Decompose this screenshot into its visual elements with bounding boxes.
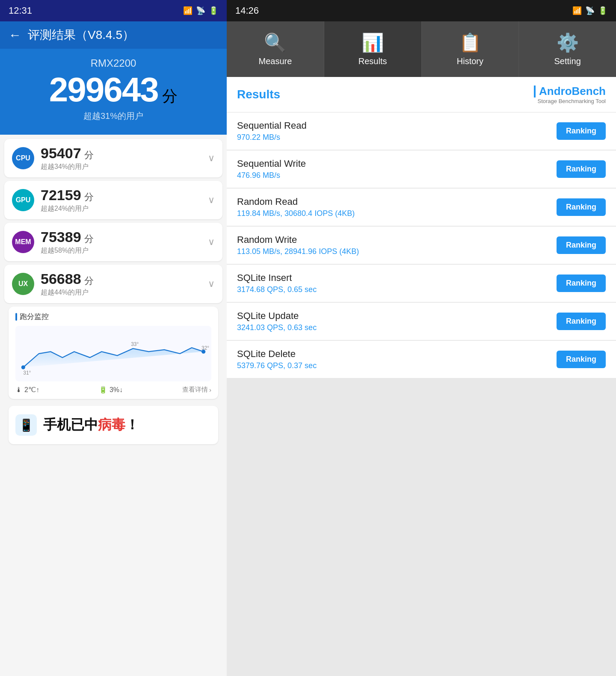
benchmark-row-5: SQLite Update 3241.03 QPS, 0.63 sec Rank… — [227, 303, 616, 340]
setting-tab-icon: ⚙️ — [557, 32, 579, 53]
monitor-title: 跑分监控 — [15, 312, 211, 322]
benchmark-list: Sequential Read 970.22 MB/s Ranking Sequ… — [227, 112, 616, 676]
score-value: 56688 — [41, 271, 81, 287]
wifi-icon-right: 📶 — [572, 6, 582, 15]
header-title: 评测结果（V8.4.5） — [28, 27, 134, 43]
status-bar-right: 14:26 📶 📡 🔋 — [227, 0, 616, 21]
benchmark-info: SQLite Update 3241.03 QPS, 0.63 sec — [237, 310, 317, 332]
header-bar: ← 评测结果（V8.4.5） — [0, 21, 227, 49]
tab-measure[interactable]: 🔍 Measure — [227, 21, 324, 77]
battery-value: 3%↓ — [110, 386, 123, 394]
left-panel: 12:31 📶 📡 🔋 ← 评测结果（V8.4.5） RMX2200 29964… — [0, 0, 227, 676]
results-tab-label: Results — [358, 56, 387, 66]
phone-icon: 📱 — [19, 418, 34, 432]
svg-point-4 — [201, 350, 205, 354]
score-number: 95407 分 — [41, 145, 201, 162]
chevron-down-icon: ∨ — [208, 278, 215, 289]
score-badge-cpu: CPU — [12, 147, 34, 169]
score-cards-container: CPU 95407 分 超越34%的用户 ∨ GPU 72159 分 超越24%… — [4, 139, 222, 303]
svg-text:31°: 31° — [23, 370, 31, 376]
benchmark-name: SQLite Delete — [237, 348, 317, 360]
virus-text-end: ！ — [125, 417, 139, 432]
benchmark-name: SQLite Update — [237, 310, 317, 322]
ranking-button[interactable]: Ranking — [557, 236, 606, 254]
score-card-gpu[interactable]: GPU 72159 分 超越24%的用户 ∨ — [4, 181, 222, 219]
main-score-row: 299643 分 — [0, 73, 227, 107]
score-number: 75389 分 — [41, 229, 201, 245]
device-name: RMX2200 — [0, 57, 227, 69]
time-left: 12:31 — [9, 5, 32, 16]
ranking-button[interactable]: Ranking — [557, 160, 606, 178]
score-value: 95407 — [41, 145, 81, 161]
svg-text:33°: 33° — [131, 341, 139, 347]
virus-text-highlight: 病毒 — [98, 417, 125, 432]
score-info: 56688 分 超越44%的用户 — [41, 271, 201, 297]
score-section: RMX2200 299643 分 超越31%的用户 — [0, 49, 227, 135]
back-button[interactable]: ← — [9, 28, 21, 42]
ranking-button[interactable]: Ranking — [557, 275, 606, 292]
ranking-button[interactable]: Ranking — [557, 198, 606, 216]
virus-text-normal: 手机已中 — [43, 417, 98, 432]
androbench-logo: AndroBench Storage Benchmarking Tool — [534, 85, 606, 104]
history-tab-label: History — [457, 56, 483, 66]
score-value: 75389 — [41, 229, 81, 245]
ranking-button[interactable]: Ranking — [557, 122, 606, 140]
temp-value: 2℃↑ — [24, 386, 39, 394]
benchmark-name: Random Read — [237, 196, 355, 207]
status-icons-left: 📶 📡 🔋 — [183, 6, 218, 15]
measure-tab-icon: 🔍 — [264, 32, 286, 53]
virus-icon-box: 📱 — [15, 414, 37, 436]
benchmark-name: Sequential Write — [237, 158, 306, 169]
score-pct: 超越58%的用户 — [41, 246, 201, 255]
chart-svg: 31° 33° 32° — [15, 326, 211, 381]
wifi-icon: 📶 — [183, 6, 192, 15]
history-tab-icon: 📋 — [459, 32, 481, 53]
benchmark-value: 5379.76 QPS, 0.37 sec — [237, 361, 317, 370]
benchmark-name: Sequential Read — [237, 120, 307, 131]
detail-link[interactable]: 查看详情 › — [182, 386, 211, 394]
benchmark-value: 476.96 MB/s — [237, 171, 306, 180]
tab-setting[interactable]: ⚙️ Setting — [519, 21, 616, 77]
monitor-stats: 🌡 2℃↑ 🔋 3%↓ 查看详情 › — [15, 386, 211, 394]
score-pct: 超越34%的用户 — [41, 162, 201, 171]
tab-history[interactable]: 📋 History — [422, 21, 519, 77]
right-panel: 14:26 📶 📡 🔋 🔍 Measure 📊 Results 📋 Histor… — [227, 0, 616, 676]
benchmark-name: SQLite Insert — [237, 272, 317, 283]
score-number: 72159 分 — [41, 187, 201, 204]
ranking-button[interactable]: Ranking — [557, 351, 606, 368]
benchmark-info: SQLite Insert 3174.68 QPS, 0.65 sec — [237, 272, 317, 294]
benchmark-row-2: Random Read 119.84 MB/s, 30680.4 IOPS (4… — [227, 189, 616, 226]
svg-point-3 — [21, 365, 25, 369]
chart-area: 31° 33° 32° — [15, 326, 211, 381]
benchmark-row-3: Random Write 113.05 MB/s, 28941.96 IOPS … — [227, 227, 616, 264]
score-value: 72159 — [41, 187, 81, 203]
tab-results[interactable]: 📊 Results — [324, 21, 422, 77]
setting-tab-label: Setting — [554, 56, 580, 66]
brand-part1: Andro — [539, 85, 572, 97]
score-pct: 超越44%的用户 — [41, 288, 201, 297]
measure-tab-label: Measure — [258, 56, 292, 66]
monitor-section: 跑分监控 31° 33° 32° — [9, 307, 218, 399]
battery-icon-right: 🔋 — [598, 6, 607, 15]
score-card-mem[interactable]: MEM 75389 分 超越58%的用户 ∨ — [4, 223, 222, 261]
score-card-cpu[interactable]: CPU 95407 分 超越34%的用户 ∨ — [4, 139, 222, 177]
score-card-ux[interactable]: UX 56688 分 超越44%的用户 ∨ — [4, 265, 222, 303]
benchmark-row-6: SQLite Delete 5379.76 QPS, 0.37 sec Rank… — [227, 341, 616, 378]
logo-bar — [534, 86, 536, 97]
detail-arrow-icon: › — [209, 386, 211, 393]
chevron-down-icon: ∨ — [208, 195, 215, 206]
benchmark-info: Random Write 113.05 MB/s, 28941.96 IOPS … — [237, 234, 359, 256]
results-header: Results AndroBench Storage Benchmarking … — [227, 77, 616, 112]
virus-text: 手机已中病毒！ — [43, 416, 139, 434]
score-badge-gpu: GPU — [12, 189, 34, 211]
benchmark-value: 119.84 MB/s, 30680.4 IOPS (4KB) — [237, 209, 355, 218]
score-badge-ux: UX — [12, 273, 34, 295]
androbench-logo-row: AndroBench — [534, 85, 606, 98]
score-fen: 分 — [84, 233, 94, 244]
score-fen: 分 — [84, 192, 94, 202]
scores-container: CPU 95407 分 超越34%的用户 ∨ GPU 72159 分 超越24%… — [0, 135, 227, 676]
score-subtitle: 超越31%的用户 — [0, 110, 227, 122]
chevron-down-icon: ∨ — [208, 236, 215, 248]
ranking-button[interactable]: Ranking — [557, 313, 606, 330]
status-icons-right: 📶 📡 🔋 — [572, 6, 607, 15]
